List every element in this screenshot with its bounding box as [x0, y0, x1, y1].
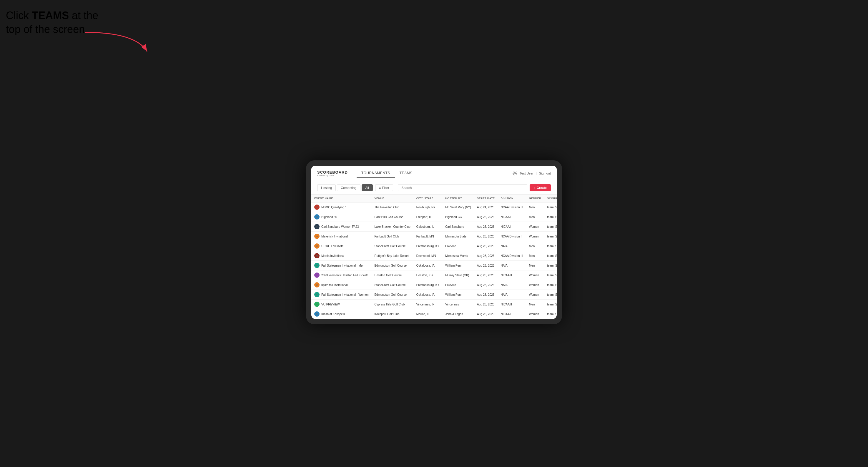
cell-venue: The Powelton Club [371, 203, 413, 212]
cell-scoring: team, Stroke Play [544, 309, 557, 319]
cell-event-name: 2 2023 Women's Hesston Fall Kickoff [311, 271, 371, 280]
cell-gender: Men [526, 251, 544, 261]
tournaments-table: EVENT NAME VENUE CITY, STATE HOSTED BY S… [311, 194, 557, 319]
cell-event-name: U UPIKE Fall Invite [311, 241, 371, 251]
cell-venue: StoneCrest Golf Course [371, 241, 413, 251]
app-header: SCOREBOARD Powered by clippit TOURNAMENT… [311, 166, 557, 181]
filter-btn-group: Hosting Competing All [317, 184, 373, 191]
event-logo: M [314, 205, 319, 210]
cell-gender: Men [526, 241, 544, 251]
cell-venue: Park Hills Golf Course [371, 212, 413, 222]
table-row: M Maverick Invitational Faribault Golf C… [311, 231, 557, 241]
cell-hosted-by: Vincennes [442, 300, 474, 309]
event-logo: F [314, 263, 319, 268]
cell-event-name: K Klash at Kokopelli [311, 309, 371, 319]
separator: | [536, 172, 537, 175]
col-hosted-by: HOSTED BY [442, 194, 474, 203]
col-gender: GENDER [526, 194, 544, 203]
table-row: K Klash at Kokopelli Kokopelli Golf Club… [311, 309, 557, 319]
cell-gender: Women [526, 290, 544, 300]
cell-hosted-by: William Penn [442, 290, 474, 300]
cell-event-name: M MSMC Qualifying 1 [311, 203, 371, 212]
cell-city-state: Oskaloosa, IA [413, 261, 442, 271]
event-name-text: MSMC Qualifying 1 [321, 206, 347, 209]
cell-event-name: F Fall Statesmen Invitational - Women [311, 290, 371, 300]
cell-division: NICAA I [498, 212, 526, 222]
search-input[interactable] [398, 184, 528, 191]
all-button[interactable]: All [362, 184, 373, 191]
cell-hosted-by: Carl Sandburg [442, 222, 474, 231]
cell-scoring: team, Stroke Play [544, 261, 557, 271]
table-row: C Carl Sandburg Women FA23 Lake Bracken … [311, 222, 557, 231]
annotation-line2: top of the screen. [6, 23, 88, 35]
event-logo: U [314, 282, 319, 287]
table-row: F Fall Statesmen Invitational - Men Edmu… [311, 261, 557, 271]
cell-venue: Faribault Golf Club [371, 231, 413, 241]
cell-hosted-by: Murray State (OK) [442, 271, 474, 280]
event-name-text: Highland 36 [321, 215, 337, 219]
filter-button[interactable]: ≡ Filter [375, 184, 393, 191]
logo-area: SCOREBOARD Powered by clippit [317, 170, 348, 177]
cell-division: NICAA II [498, 271, 526, 280]
event-name-text: Maverick Invitational [321, 235, 348, 238]
user-name: Test User [520, 172, 533, 175]
event-logo: F [314, 292, 319, 297]
cell-scoring: team, Stroke Play [544, 280, 557, 290]
cell-scoring: team, Stroke Play [544, 203, 557, 212]
filter-label: Filter [382, 186, 389, 189]
cell-division: NCAA Division III [498, 251, 526, 261]
cell-hosted-by: Pikeville [442, 280, 474, 290]
cell-city-state: Deerwood, MN [413, 251, 442, 261]
cell-start-date: Aug 28, 2023 [474, 280, 498, 290]
cell-scoring: team, Stroke Play [544, 251, 557, 261]
hosting-button[interactable]: Hosting [317, 184, 336, 191]
cell-gender: Men [526, 203, 544, 212]
create-button[interactable]: + Create [530, 184, 551, 191]
table-row: F Fall Statesmen Invitational - Women Ed… [311, 290, 557, 300]
header-right: Test User | Sign out [513, 171, 551, 176]
cell-venue: Kokopelli Golf Club [371, 309, 413, 319]
cell-city-state: Galesburg, IL [413, 222, 442, 231]
event-logo: H [314, 214, 319, 220]
table-row: M MSMC Qualifying 1 The Powelton Club Ne… [311, 203, 557, 212]
cell-hosted-by: Minnesota-Morris [442, 251, 474, 261]
annotation-line1: Click TEAMS at the [6, 9, 98, 22]
cell-scoring: team, Stroke Play [544, 212, 557, 222]
sign-out-link[interactable]: Sign out [539, 172, 551, 175]
table-row: H Highland 36 Park Hills Golf Course Fre… [311, 212, 557, 222]
cell-division: NCAA Division III [498, 203, 526, 212]
tablet-frame: SCOREBOARD Powered by clippit TOURNAMENT… [306, 160, 562, 324]
cell-venue: Edmundson Golf Course [371, 261, 413, 271]
cell-start-date: Aug 25, 2023 [474, 212, 498, 222]
cell-city-state: Newburgh, NY [413, 203, 442, 212]
nav-tab-teams[interactable]: TEAMS [395, 168, 417, 178]
cell-hosted-by: Highland CC [442, 212, 474, 222]
cell-event-name: M Morris Invitational [311, 251, 371, 261]
cell-city-state: Prestonsburg, KY [413, 280, 442, 290]
event-name-text: Klash at Kokopelli [321, 312, 345, 316]
cell-division: NICAA I [498, 309, 526, 319]
cell-city-state: Marion, IL [413, 309, 442, 319]
cell-event-name: F Fall Statesmen Invitational - Men [311, 261, 371, 271]
table-row: 2 2023 Women's Hesston Fall Kickoff Hess… [311, 271, 557, 280]
cell-division: NICAA II [498, 300, 526, 309]
table-row: V VU PREVIEW Cypress Hills Golf Club Vin… [311, 300, 557, 309]
cell-city-state: Faribault, MN [413, 231, 442, 241]
cell-gender: Women [526, 309, 544, 319]
event-logo: M [314, 234, 319, 239]
cell-venue: Cypress Hills Golf Club [371, 300, 413, 309]
cell-division: NCAA Division II [498, 231, 526, 241]
cell-gender: Men [526, 261, 544, 271]
cell-venue: StoneCrest Golf Course [371, 280, 413, 290]
cell-scoring: team, Stroke Play [544, 300, 557, 309]
cell-event-name: H Highland 36 [311, 212, 371, 222]
cell-event-name: C Carl Sandburg Women FA23 [311, 222, 371, 231]
settings-icon[interactable] [513, 171, 517, 176]
nav-tab-tournaments[interactable]: TOURNAMENTS [356, 168, 395, 178]
logo-sub: Powered by clippit [317, 175, 348, 177]
competing-button[interactable]: Competing [337, 184, 360, 191]
cell-city-state: Freeport, IL [413, 212, 442, 222]
table-row: U UPIKE Fall Invite StoneCrest Golf Cour… [311, 241, 557, 251]
filter-icon: ≡ [379, 186, 381, 189]
cell-gender: Women [526, 280, 544, 290]
